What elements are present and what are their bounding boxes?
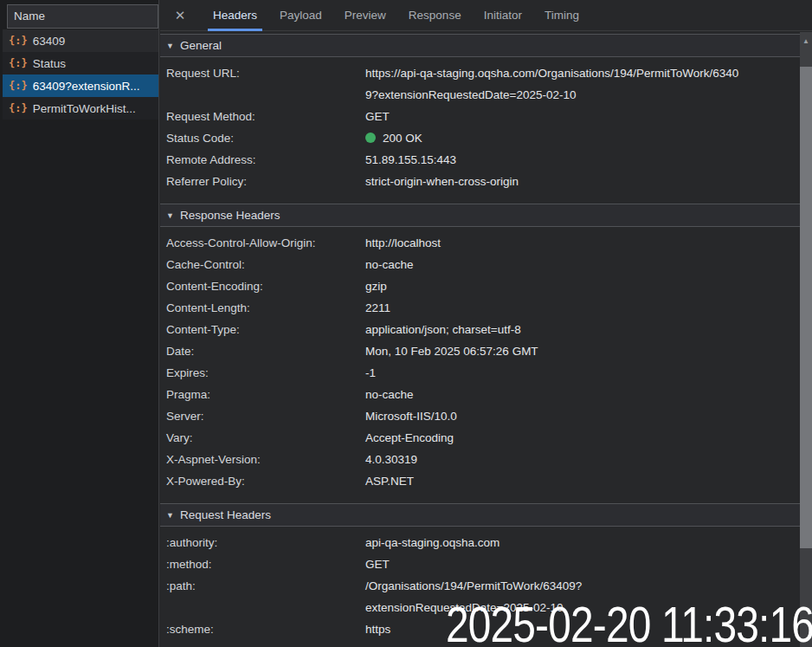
header-name: Server: (160, 405, 365, 427)
header-value: https://api-qa-staging.oqsha.com/Organis… (365, 62, 800, 106)
tab-payload[interactable]: Payload (271, 0, 331, 31)
header-value: /Organisations/194/PermitToWork/63409?ex… (365, 575, 800, 618)
header-value-line: 9?extensionRequestedDate=2025-02-10 (365, 84, 795, 106)
header-value-line: https://api-qa-staging.oqsha.com/Organis… (365, 62, 795, 84)
name-column-header[interactable]: Name (7, 4, 158, 29)
header-name: Expires: (160, 362, 365, 384)
header-row: Request Method: GET (160, 106, 800, 127)
header-name: Cache-Control: (160, 254, 365, 275)
header-row: Server: Microsoft-IIS/10.0 (160, 405, 800, 427)
header-name: :scheme: (160, 618, 365, 640)
header-row: Request URL: https://api-qa-staging.oqsh… (160, 62, 800, 106)
details-tab-bar: ✕ HeadersPayloadPreviewResponseInitiator… (160, 0, 812, 31)
section: ▼Request Headers :authority: api-qa-stag… (160, 503, 800, 647)
header-value: application/json; charset=utf-8 (365, 319, 800, 340)
header-name: Remote Address: (160, 149, 365, 171)
scroll-up-icon: ▲ (802, 37, 809, 45)
section-rows: :authority: api-qa-staging.oqsha.com :me… (160, 527, 800, 647)
tabs-container: HeadersPayloadPreviewResponseInitiatorTi… (202, 0, 590, 31)
header-row: Expires: -1 (160, 362, 800, 384)
json-braces-icon: {:} (9, 57, 28, 69)
sidebar-item-status[interactable]: {:} Status (3, 52, 158, 74)
header-name: Access-Control-Allow-Origin: (160, 232, 365, 254)
section-header-response-headers[interactable]: ▼Response Headers (160, 204, 800, 227)
header-row: X-Powered-By: ASP.NET (160, 470, 800, 492)
header-row: Date: Mon, 10 Feb 2025 06:57:26 GMT (160, 340, 800, 362)
tab-initiator[interactable]: Initiator (475, 0, 531, 31)
header-row: Content-Type: application/json; charset=… (160, 319, 800, 340)
header-value: no-cache (365, 254, 800, 275)
header-value: api-qa-staging.oqsha.com (365, 532, 800, 553)
section-rows: Access-Control-Allow-Origin: http://loca… (160, 227, 800, 503)
sidebar-item-label: Status (33, 57, 66, 70)
header-value: 2211 (365, 297, 800, 319)
header-value: -1 (365, 362, 800, 384)
request-details-panel: ✕ HeadersPayloadPreviewResponseInitiator… (160, 0, 812, 647)
header-row: Cache-Control: no-cache (160, 254, 800, 275)
header-row: Remote Address: 51.89.155.15:443 (160, 149, 800, 171)
tab-timing[interactable]: Timing (536, 0, 588, 31)
header-row: :method: GET (160, 553, 800, 575)
json-braces-icon: {:} (9, 35, 28, 47)
header-value: Mon, 10 Feb 2025 06:57:26 GMT (365, 340, 800, 362)
sidebar-item-permittoworkhist[interactable]: {:} PermitToWorkHist... (3, 97, 158, 120)
header-value: https (365, 618, 800, 640)
header-value: 4.0.30319 (365, 449, 800, 470)
header-row: Content-Encoding: gzip (160, 275, 800, 297)
header-value: Microsoft-IIS/10.0 (365, 405, 800, 427)
header-row: Status Code: 200 OK (160, 127, 800, 149)
json-braces-icon: {:} (9, 102, 28, 114)
sidebar-item-label: 63409?extensionR... (33, 80, 140, 93)
sidebar-item-63409-extensionr[interactable]: {:} 63409?extensionR... (3, 74, 158, 97)
network-request-list: Name {:} 63409 {:} Status {:} 63409?exte… (0, 0, 159, 647)
header-name: Referrer Policy: (160, 171, 365, 192)
request-rows: {:} 63409 {:} Status {:} 63409?extension… (0, 29, 158, 120)
section-title: Request Headers (180, 508, 271, 521)
triangle-down-icon: ▼ (166, 511, 174, 520)
header-row: Pragma: no-cache (160, 384, 800, 405)
header-value: GET (365, 106, 800, 127)
headers-content: ▼General Request URL: https://api-qa-sta… (160, 32, 800, 647)
header-value: 51.89.155.15:443 (365, 149, 800, 171)
header-name: :path: (160, 575, 365, 618)
header-row: :scheme: https (160, 618, 800, 640)
header-row: Access-Control-Allow-Origin: http://loca… (160, 232, 800, 254)
header-value: strict-origin-when-cross-origin (365, 171, 800, 192)
json-braces-icon: {:} (9, 80, 28, 92)
section-title: Response Headers (180, 209, 280, 222)
section: ▼Response Headers Access-Control-Allow-O… (160, 204, 800, 503)
section-header-general[interactable]: ▼General (160, 34, 800, 57)
close-details-button[interactable]: ✕ (171, 8, 190, 23)
header-row: :authority: api-qa-staging.oqsha.com (160, 532, 800, 553)
section-header-request-headers[interactable]: ▼Request Headers (160, 503, 800, 527)
triangle-down-icon: ▼ (166, 211, 174, 220)
header-value: no-cache (365, 384, 800, 405)
header-name: Date: (160, 340, 365, 362)
header-value: gzip (365, 275, 800, 297)
header-value-line: /Organisations/194/PermitToWork/63409? (365, 575, 795, 597)
header-row: Content-Length: 2211 (160, 297, 800, 319)
scrollbar-thumb[interactable] (800, 67, 812, 548)
sidebar-item-63409[interactable]: {:} 63409 (3, 29, 158, 52)
scroll-up-button[interactable]: ▲ (800, 32, 812, 51)
header-name: Request URL: (160, 62, 365, 106)
header-value: GET (365, 553, 800, 575)
header-value-line: extensionRequestedDate=2025-02-10 (365, 597, 795, 618)
tab-headers[interactable]: Headers (204, 0, 266, 31)
scrollbar[interactable]: ▲ (800, 32, 812, 647)
section-rows: Request URL: https://api-qa-staging.oqsh… (160, 57, 800, 204)
header-row: :path: /Organisations/194/PermitToWork/6… (160, 575, 800, 618)
triangle-down-icon: ▼ (166, 42, 174, 50)
header-name: Request Method: (160, 106, 365, 127)
tab-response[interactable]: Response (400, 0, 470, 31)
tab-preview[interactable]: Preview (336, 0, 395, 31)
header-row: Vary: Accept-Encoding (160, 427, 800, 449)
section: ▼General Request URL: https://api-qa-sta… (160, 34, 800, 204)
header-row: Referrer Policy: strict-origin-when-cros… (160, 171, 800, 192)
section-title: General (180, 39, 222, 52)
header-name: Content-Encoding: (160, 275, 365, 297)
header-value: http://localhost (365, 232, 800, 254)
header-name: Content-Type: (160, 319, 365, 340)
header-name: X-Powered-By: (160, 470, 365, 492)
header-row: X-Aspnet-Version: 4.0.30319 (160, 449, 800, 470)
